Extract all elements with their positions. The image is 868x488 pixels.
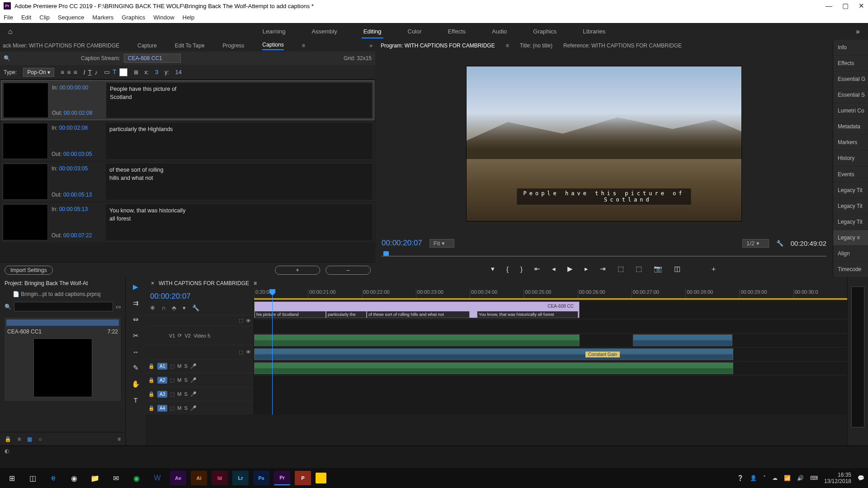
track-toggle-icon[interactable]: ⬚ (170, 377, 175, 383)
help-icon[interactable]: ❔ (737, 475, 744, 481)
freeform-view-icon[interactable]: ○ (38, 436, 42, 442)
snap-icon[interactable]: ❄ (150, 305, 155, 311)
in-point-icon[interactable]: { (506, 265, 509, 273)
workspace-graphics[interactable]: Graphics (531, 25, 558, 38)
track-v2[interactable]: CEA-608 CC his picture of Scotlandpartic… (254, 300, 847, 319)
mute-icon[interactable]: M (177, 377, 181, 383)
menu-sequence[interactable]: Sequence (58, 14, 85, 21)
track-a2[interactable]: A2 (157, 377, 167, 384)
photoshop-icon[interactable]: Ps (253, 471, 269, 485)
project-clip[interactable]: CEA-608 CC1 7:22 (5, 318, 121, 401)
button-editor-icon[interactable]: ＋ (710, 265, 717, 273)
track-toggle-icon[interactable]: ⬚ (170, 405, 175, 411)
workspace-color[interactable]: Color (406, 25, 423, 38)
audio-clip[interactable] (633, 334, 732, 346)
maximize-button[interactable]: ▢ (842, 2, 849, 10)
menu-graphics[interactable]: Graphics (122, 14, 145, 21)
premiere-icon[interactable]: Pr (274, 471, 290, 485)
rw-toggle-icon[interactable]: 🔒 (5, 436, 11, 442)
zoom-select[interactable]: 1/2 ▾ (742, 239, 769, 248)
wrench-icon[interactable]: 🔧 (192, 305, 199, 311)
overflow-icon[interactable]: » (369, 42, 373, 49)
caption-row[interactable]: In: 00:00:00:00 Out: 00:00:02:08 People … (1, 80, 374, 120)
panel-tab[interactable]: Align (833, 246, 868, 262)
panel-tab[interactable]: Essential G (833, 71, 868, 87)
align-right-icon[interactable]: ≡ (73, 69, 77, 76)
panel-tab[interactable]: Effects (833, 56, 868, 71)
caption-clip[interactable]: CEA-608 CC his picture of Scotlandpartic… (254, 301, 580, 318)
audio-clip[interactable] (254, 334, 580, 346)
fit-select[interactable]: Fit ▾ (429, 239, 454, 248)
in-timecode[interactable]: 00:00:03:05 (59, 165, 88, 172)
play-button[interactable]: ▶ (567, 265, 573, 273)
track-a3[interactable]: A3 (157, 391, 167, 398)
tab-capture[interactable]: Capture (137, 42, 157, 49)
workspace-editing[interactable]: Editing (362, 25, 383, 38)
menu-clip[interactable]: Clip (39, 14, 49, 21)
go-to-in-icon[interactable]: ⇤ (534, 265, 540, 273)
workspace-learning[interactable]: Learning (261, 25, 288, 38)
caption-segment[interactable]: particularly the (326, 311, 367, 318)
list-view-icon[interactable]: ≡ (18, 436, 21, 442)
caption-text[interactable]: of these sort of rollinghills and what n… (106, 164, 373, 200)
caption-row[interactable]: In: 00:00:05:13 Out: 00:00:07:22 You kno… (1, 202, 374, 242)
color-swatch[interactable] (119, 68, 127, 76)
lock-icon[interactable]: 🔒 (148, 391, 155, 397)
out-point-icon[interactable]: } (520, 265, 523, 273)
lock-icon[interactable]: 🔒 (148, 377, 155, 383)
search-icon[interactable]: 🔍 (4, 55, 10, 61)
mail-icon[interactable]: ✉ (108, 471, 124, 485)
track-toggle-icon[interactable]: ⬚ (170, 363, 175, 369)
italic-icon[interactable]: I (84, 69, 85, 76)
caption-segment[interactable]: of these sort of rolling hills and what … (367, 311, 470, 318)
track-v2-label[interactable]: V2 (184, 333, 190, 338)
after-effects-icon[interactable]: Ae (170, 471, 186, 485)
step-back-icon[interactable]: ◂ (552, 265, 556, 273)
underline-icon[interactable]: T (88, 69, 92, 76)
close-tab-icon[interactable]: × (151, 280, 154, 286)
marker-icon[interactable]: ▾ (491, 265, 495, 273)
tab-reference[interactable]: Reference: WITH CAPTIONS FOR CAMBRIDGE (563, 42, 682, 49)
overwrite-icon[interactable]: 👁 (246, 318, 251, 324)
workspace-libraries[interactable]: Libraries (581, 25, 607, 38)
caption-segment[interactable]: You know, that was historically all fore… (477, 311, 578, 318)
out-timecode[interactable]: 00:00:03:05 (63, 151, 92, 157)
hand-tool-icon[interactable]: ✋ (132, 380, 140, 388)
track-select-tool-icon[interactable]: ⇉ (133, 299, 139, 307)
caption-row[interactable]: In: 00:00:02:08 Out: 00:00:03:05 particu… (1, 121, 374, 161)
minimize-button[interactable]: — (826, 2, 832, 10)
notifications-icon[interactable]: 💬 (858, 475, 864, 481)
workspace-assembly[interactable]: Assembly (310, 25, 339, 38)
panel-tab[interactable]: Legacy Tit (833, 183, 868, 198)
powerpoint-icon[interactable]: P (295, 471, 311, 485)
track-v1-source[interactable]: V1 (169, 333, 175, 338)
music-note-icon[interactable]: ♪ (94, 69, 98, 76)
voice-icon[interactable]: 🎤 (190, 363, 197, 369)
x-value[interactable]: 3 (155, 69, 158, 75)
voice-icon[interactable]: 🎤 (190, 377, 197, 383)
lightroom-icon[interactable]: Lr (232, 471, 249, 485)
tab-track-mixer[interactable]: ack Mixer: WITH CAPTIONS FOR CAMBRIDGE (3, 42, 119, 49)
export-frame-icon[interactable]: 📷 (654, 265, 662, 273)
track-toggle-icon[interactable]: ⬚ (239, 349, 243, 355)
out-timecode[interactable]: 00:00:05:13 (63, 192, 92, 198)
tray-chevron-icon[interactable]: ˄ (763, 475, 766, 481)
ripple-tool-icon[interactable]: ⇔ (133, 315, 139, 324)
current-timecode[interactable]: 00:00:20:07 (382, 239, 422, 248)
add-caption-button[interactable]: + (275, 266, 320, 275)
scrub-bar[interactable] (375, 250, 833, 260)
sync-lock-icon[interactable]: ⟳ (178, 333, 182, 338)
lock-icon[interactable]: 🔒 (148, 363, 155, 369)
selection-tool-icon[interactable]: ▶ (133, 283, 138, 291)
razor-tool-icon[interactable]: ✂ (133, 332, 139, 340)
track-a1[interactable] (254, 333, 847, 347)
tab-edit-to-tape[interactable]: Edit To Tape (175, 42, 205, 49)
out-timecode[interactable]: 00:00:07:22 (63, 232, 92, 239)
settings-icon[interactable]: ▾ (183, 305, 186, 311)
grid-position-icon[interactable]: ⊞ (134, 69, 138, 75)
tab-captions[interactable]: Captions (262, 42, 283, 50)
workspace-audio[interactable]: Audio (490, 25, 509, 38)
time-ruler[interactable]: 0:20:0000:00:21:0000:00:22:0000:00:23:00… (254, 289, 847, 300)
extract-icon[interactable]: ⬚ (636, 265, 642, 273)
track-a4[interactable] (254, 375, 847, 386)
